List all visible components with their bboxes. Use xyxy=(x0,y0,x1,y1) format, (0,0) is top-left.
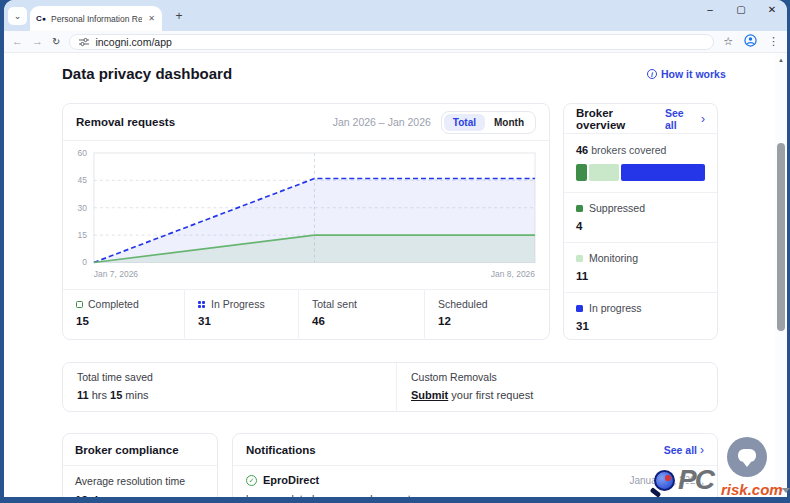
brokers-covered-value: 46 xyxy=(576,144,588,156)
in-progress-dots-icon xyxy=(198,301,201,304)
profile-icon[interactable] xyxy=(744,34,757,49)
page-title: Data privacy dashboard xyxy=(62,65,232,82)
svg-text:Jan 8, 2026: Jan 8, 2026 xyxy=(491,269,535,279)
stat-in-progress-label: In Progress xyxy=(211,298,265,310)
pcrisk-watermark: PC risk.com xyxy=(648,464,790,503)
broker-compliance-title: Broker compliance xyxy=(75,444,179,456)
tab-search-icon[interactable]: ⌄ xyxy=(8,7,27,25)
period-toggle: Total Month xyxy=(441,111,536,134)
stat-completed: Completed 15 xyxy=(63,290,184,338)
chat-bubble-icon xyxy=(738,449,756,462)
stat-scheduled: Scheduled 12 xyxy=(424,290,549,338)
time-saved-label: Total time saved xyxy=(77,371,382,383)
tab-title: Personal Information Removal S xyxy=(51,14,142,24)
notification-message: has completed our removal request xyxy=(246,493,704,497)
notifications-title: Notifications xyxy=(246,444,316,456)
tab-close-icon[interactable]: ✕ xyxy=(147,14,156,23)
svg-text:45: 45 xyxy=(77,175,87,185)
menu-dots-icon[interactable]: ⋮ xyxy=(768,36,779,47)
brokers-covered-section: 46 brokers covered xyxy=(564,134,717,193)
legend-row-monitoring: Monitoring 11 xyxy=(564,243,717,293)
time-saved-card: Total time saved 11 hrs 15 mins Custom R… xyxy=(62,362,718,412)
stat-total-sent: Total sent 46 xyxy=(298,290,424,338)
svg-text:15: 15 xyxy=(77,230,87,240)
new-tab-button[interactable]: + xyxy=(171,8,187,24)
removal-requests-title: Removal requests xyxy=(76,116,175,128)
broker-overview-title: Broker overview xyxy=(576,107,665,131)
removal-chart: 015304560Jan 7, 2026Jan 8, 2026 xyxy=(63,141,549,288)
notifications-see-all-label: See all xyxy=(664,444,697,456)
completed-square-icon xyxy=(76,301,83,308)
address-bar[interactable]: incogni.com/app xyxy=(69,34,714,50)
incogni-favicon-icon: C● xyxy=(36,14,46,23)
page-scrollbar[interactable]: ▲ ▼ xyxy=(775,53,787,497)
check-circle-icon: ✓ xyxy=(246,475,257,486)
how-it-works-label: How it works xyxy=(661,68,726,80)
notification-broker-name: EproDirect xyxy=(263,474,319,486)
toggle-total-button[interactable]: Total xyxy=(444,114,485,131)
notifications-see-all-link[interactable]: See all › xyxy=(664,444,704,456)
watermark-pc-text: PC xyxy=(678,464,713,496)
browser-tab[interactable]: C● Personal Information Removal S ✕ xyxy=(30,6,162,31)
submit-link[interactable]: Submit xyxy=(411,389,448,401)
removal-requests-card: Removal requests Jan 2026 – Jan 2026 Tot… xyxy=(62,103,550,340)
avg-resolution-value: 12 days xyxy=(75,494,205,497)
forward-icon[interactable]: → xyxy=(32,36,43,47)
custom-removals-rest: your first request xyxy=(451,389,533,401)
stat-scheduled-label: Scheduled xyxy=(438,298,488,310)
custom-removals-value: Submit your first request xyxy=(411,389,533,401)
date-range-label: Jan 2026 – Jan 2026 xyxy=(333,116,431,128)
suppressed-swatch-icon xyxy=(576,205,583,212)
suppressed-value: 4 xyxy=(576,220,705,232)
monitoring-swatch-icon xyxy=(576,255,583,262)
removal-requests-header: Removal requests Jan 2026 – Jan 2026 Tot… xyxy=(63,104,549,141)
stat-completed-label: Completed xyxy=(88,298,139,310)
watermark-risk-text: risk.com xyxy=(721,481,783,498)
back-icon[interactable]: ← xyxy=(12,36,23,47)
in-progress-swatch-icon xyxy=(576,305,583,312)
custom-removals-label: Custom Removals xyxy=(411,371,533,383)
scroll-up-icon[interactable]: ▲ xyxy=(775,55,787,65)
tab-strip: ⌄ C● Personal Information Removal S ✕ + … xyxy=(4,0,787,31)
browser-toolbar: ← → ↻ incogni.com/app ☆ ⋮ xyxy=(4,31,787,53)
avg-resolution-label: Average resolution time xyxy=(75,475,205,487)
stat-scheduled-value: 12 xyxy=(438,315,536,327)
broker-overview-see-all-link[interactable]: See all › xyxy=(665,107,705,131)
reload-icon[interactable]: ↻ xyxy=(52,37,60,47)
broker-compliance-card: Broker compliance Average resolution tim… xyxy=(62,433,218,497)
scrollbar-thumb[interactable] xyxy=(777,143,785,331)
suppressed-label: Suppressed xyxy=(589,202,645,214)
minimize-icon[interactable]: – xyxy=(703,4,717,15)
total-time-saved-section: Total time saved 11 hrs 15 mins xyxy=(63,363,397,411)
broker-overview-card: Broker overview See all › 46 brokers cov… xyxy=(563,103,718,340)
maximize-icon[interactable]: ▢ xyxy=(734,4,748,15)
chevron-right-icon: › xyxy=(701,114,705,124)
notification-item: ✓ EproDirect January 7, 2026, has comple… xyxy=(233,466,717,497)
bookmark-star-icon[interactable]: ☆ xyxy=(723,36,733,47)
broker-bar-segment-monitoring xyxy=(589,164,619,181)
stat-in-progress: In Progress 31 xyxy=(184,290,298,338)
in-progress-value: 31 xyxy=(576,320,705,332)
url-text[interactable]: incogni.com/app xyxy=(95,36,171,48)
see-all-label: See all xyxy=(665,107,698,131)
removal-stats-row: Completed 15 In Progress 31 Total sent 4… xyxy=(63,289,549,338)
legend-row-in-progress: In progress 31 xyxy=(564,293,717,342)
dashboard-page: Data privacy dashboard i How it works Re… xyxy=(4,53,787,497)
toolbar-actions: ☆ ⋮ xyxy=(723,34,779,49)
toggle-month-button[interactable]: Month xyxy=(485,114,533,131)
monitoring-label: Monitoring xyxy=(589,252,638,264)
site-settings-icon[interactable] xyxy=(79,37,89,47)
broker-bar-segment-suppressed xyxy=(576,164,587,181)
svg-text:0: 0 xyxy=(82,257,87,267)
custom-removals-section: Custom Removals Submit your first reques… xyxy=(397,363,547,411)
in-progress-label: In progress xyxy=(589,302,642,314)
stat-completed-value: 15 xyxy=(76,315,171,327)
close-icon[interactable]: ✕ xyxy=(765,4,779,15)
notifications-card: Notifications See all › ✓ EproDirect Jan… xyxy=(232,433,718,497)
svg-text:60: 60 xyxy=(77,148,87,158)
info-icon: i xyxy=(647,69,657,79)
how-it-works-link[interactable]: i How it works xyxy=(647,68,726,80)
watermark-caret-icon xyxy=(782,488,790,493)
chevron-right-icon: › xyxy=(700,445,704,455)
svg-text:Jan 7, 2026: Jan 7, 2026 xyxy=(94,269,138,279)
